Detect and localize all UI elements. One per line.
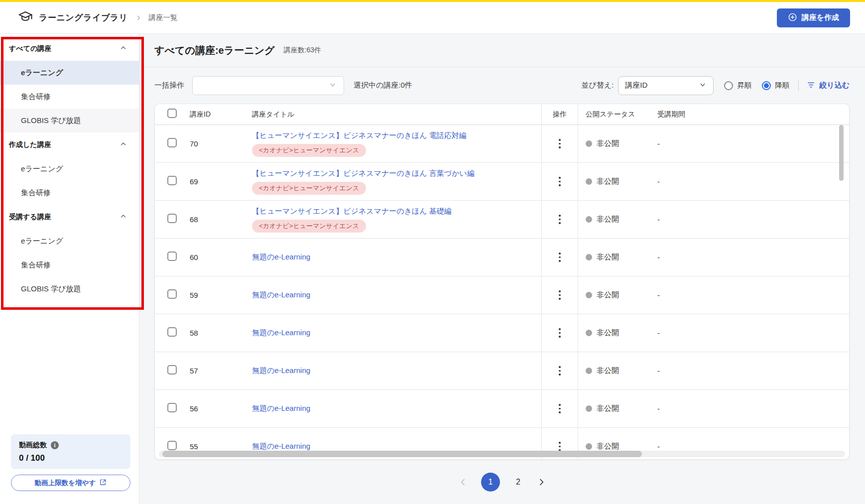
page-button-2[interactable]: 2	[513, 476, 523, 489]
course-title-link[interactable]: 【ヒューマンサイエンス】ビジネスマナーのきほん 言葉づかい編	[252, 169, 475, 178]
row-checkbox[interactable]	[167, 441, 177, 450]
app-title: ラーニングライブラリ	[39, 12, 128, 23]
course-title-link[interactable]: 無題のe-Learning	[252, 252, 310, 262]
kebab-menu-icon[interactable]	[557, 402, 563, 415]
course-id: 60	[190, 253, 252, 261]
sidebar-section-header-1[interactable]: 作成した講座	[0, 132, 139, 157]
sidebar-item-2-1[interactable]: 集合研修	[0, 253, 139, 277]
course-period: -	[657, 367, 849, 375]
vertical-scrollbar-thumb[interactable]	[839, 125, 844, 181]
create-course-label: 講座を作成	[802, 13, 839, 22]
horizontal-scrollbar-track	[159, 451, 845, 457]
create-course-button[interactable]: 講座を作成	[777, 8, 850, 27]
graduation-cap-icon	[18, 9, 33, 26]
row-checkbox[interactable]	[167, 289, 177, 299]
chevron-down-icon	[329, 81, 337, 91]
kebab-menu-icon[interactable]	[557, 137, 563, 150]
kebab-menu-icon[interactable]	[557, 213, 563, 226]
status-dot-icon	[586, 216, 592, 223]
sort-select[interactable]: 講座ID	[618, 76, 714, 95]
page-button-1[interactable]: 1	[481, 473, 500, 492]
video-count-label: 動画総数	[19, 441, 47, 450]
page-title: すべての講座:eラーニング	[154, 44, 275, 57]
next-page-button[interactable]	[536, 477, 546, 487]
select-all-checkbox[interactable]	[167, 109, 177, 118]
row-checkbox[interactable]	[167, 365, 177, 375]
status-dot-icon	[586, 178, 592, 185]
course-title-link[interactable]: 無題のe-Learning	[252, 290, 310, 300]
course-period: -	[657, 291, 849, 299]
course-title-link[interactable]: 【ヒューマンサイエンス】ビジネスマナーのきほん 基礎編	[252, 207, 452, 216]
chevron-down-icon	[699, 81, 707, 90]
status-dot-icon	[586, 443, 592, 450]
row-checkbox[interactable]	[167, 327, 177, 337]
sidebar-item-2-2[interactable]: GLOBIS 学び放題	[0, 277, 139, 301]
course-title-link[interactable]: 無題のe-Learning	[252, 328, 310, 338]
kebab-menu-icon[interactable]	[557, 288, 563, 302]
kebab-menu-icon[interactable]	[557, 251, 563, 264]
filter-button[interactable]: 絞り込む	[807, 81, 850, 91]
course-title-link[interactable]: 無題のe-Learning	[252, 366, 310, 376]
bulk-action-select[interactable]	[192, 76, 344, 95]
sidebar-item-2-0[interactable]: eラーニング	[0, 229, 139, 253]
course-title-link[interactable]: 無題のe-Learning	[252, 404, 310, 413]
course-period: -	[657, 139, 849, 148]
course-id: 57	[190, 367, 252, 375]
external-link-icon	[100, 479, 107, 487]
course-title-link[interactable]: 【ヒューマンサイエンス】ビジネスマナーのきほん 電話応対編	[252, 131, 467, 140]
status-dot-icon	[586, 254, 592, 260]
toolbar-divider	[798, 81, 799, 91]
breadcrumb-current: 講座一覧	[149, 13, 178, 22]
info-icon[interactable]: i	[51, 441, 59, 449]
sidebar-item-1-0[interactable]: eラーニング	[0, 157, 139, 181]
status-dot-icon	[586, 368, 592, 374]
table-row: 58 無題のe-Learning 非公開 -	[155, 314, 849, 352]
increase-video-limit-button[interactable]: 動画上限数を増やす	[11, 475, 130, 491]
status-label: 非公開	[597, 442, 619, 451]
course-tag: <カオナビ>ヒューマンサイエンス	[252, 220, 366, 233]
sidebar-item-0-1[interactable]: 集合研修	[0, 85, 139, 109]
status-label: 非公開	[597, 366, 619, 376]
row-checkbox[interactable]	[167, 138, 177, 147]
course-id: 68	[190, 215, 252, 224]
course-tag: <カオナビ>ヒューマンサイエンス	[252, 144, 366, 157]
sort-desc-radio[interactable]: 降順	[762, 81, 789, 90]
sidebar-section-header-2[interactable]: 受講する講座	[0, 205, 139, 229]
course-period: -	[657, 253, 849, 261]
row-checkbox[interactable]	[167, 176, 177, 185]
radio-selected-icon	[762, 81, 771, 90]
course-id: 55	[190, 442, 252, 451]
course-title-link[interactable]: 無題のe-Learning	[252, 442, 310, 451]
kebab-menu-icon[interactable]	[557, 175, 563, 188]
row-checkbox[interactable]	[167, 252, 177, 261]
status-label: 非公開	[597, 252, 619, 262]
table-row: 69 【ヒューマンサイエンス】ビジネスマナーのきほん 言葉づかい編 <カオナビ>…	[155, 163, 849, 201]
table-row: 68 【ヒューマンサイエンス】ビジネスマナーのきほん 基礎編 <カオナビ>ヒュー…	[155, 201, 849, 239]
chevron-up-icon	[120, 213, 127, 222]
sidebar-section-header-0[interactable]: すべての講座	[0, 36, 139, 61]
course-id: 56	[190, 404, 252, 413]
course-table: 講座ID 講座タイトル 操作 公開ステータス 受講期間 70 【ヒューマンサイエ…	[154, 104, 850, 460]
status-dot-icon	[586, 292, 592, 298]
sort-label: 並び替え:	[581, 81, 614, 90]
column-header-actions: 操作	[541, 104, 578, 125]
bulk-action-label: 一括操作	[154, 81, 184, 90]
sidebar-item-0-0[interactable]: eラーニング	[0, 61, 139, 85]
sidebar-section-label: すべての講座	[9, 44, 51, 53]
sidebar-item-0-2[interactable]: GLOBIS 学び放題	[0, 109, 139, 132]
sort-asc-radio[interactable]: 昇順	[724, 81, 751, 90]
kebab-menu-icon[interactable]	[557, 326, 563, 340]
course-id: 59	[190, 291, 252, 299]
prev-page-button[interactable]	[458, 477, 468, 487]
sidebar-section-label: 受講する講座	[9, 213, 51, 222]
status-label: 非公開	[597, 215, 619, 224]
table-row: 70 【ヒューマンサイエンス】ビジネスマナーのきほん 電話応対編 <カオナビ>ヒ…	[155, 125, 849, 163]
sidebar-item-1-1[interactable]: 集合研修	[0, 181, 139, 205]
status-label: 非公開	[597, 328, 619, 338]
kebab-menu-icon[interactable]	[557, 364, 563, 378]
row-checkbox[interactable]	[167, 403, 177, 412]
status-label: 非公開	[597, 290, 619, 300]
desc-label: 降順	[775, 81, 789, 90]
horizontal-scrollbar-thumb[interactable]	[162, 451, 642, 457]
row-checkbox[interactable]	[167, 214, 177, 223]
